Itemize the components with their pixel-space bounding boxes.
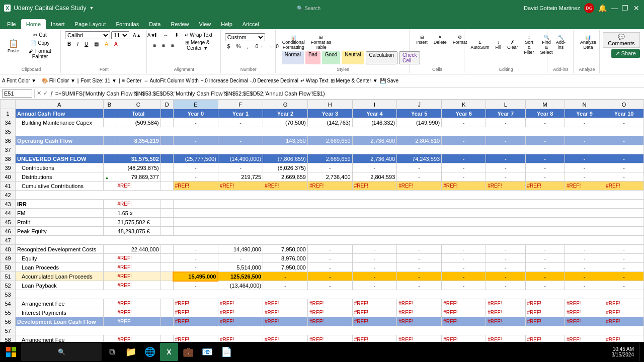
cell-l52[interactable]: - — [486, 281, 525, 290]
cell-g36[interactable]: 143,350 — [263, 136, 308, 145]
cell-k40[interactable]: - — [442, 172, 486, 182]
cell-d58[interactable] — [160, 335, 173, 342]
bell-icon[interactable]: 🔔 — [598, 4, 607, 12]
paste-button[interactable]: 📋 Paste — [5, 37, 22, 55]
merge-center-qab[interactable]: ⊞ Merge & Center ▼ — [331, 78, 378, 83]
cell-c44[interactable]: 1.65 x — [116, 209, 160, 218]
cell-m49[interactable]: - — [525, 254, 565, 263]
cell-g55[interactable]: #REF! — [263, 308, 308, 317]
cell-a34[interactable]: Building Maintenance Capex — [16, 118, 104, 127]
cell-n54[interactable]: #REF! — [565, 299, 604, 308]
cell-j49[interactable]: - — [397, 254, 442, 263]
cell-o56[interactable]: #REF! — [604, 317, 644, 326]
cell-h49[interactable]: - — [307, 254, 352, 263]
cell-k58[interactable]: #REF! — [442, 335, 486, 342]
font-color-qab[interactable]: A Font Color ▼ — [2, 78, 36, 83]
cell-n41[interactable]: #REF! — [565, 182, 604, 191]
cell-j52[interactable]: - — [397, 281, 442, 290]
cell-e39[interactable]: - — [173, 163, 218, 172]
cell-m55[interactable]: #REF! — [525, 308, 565, 317]
start-button[interactable] — [2, 343, 20, 361]
col-header-i[interactable]: I — [352, 100, 397, 109]
cell-m41[interactable]: #REF! — [525, 182, 565, 191]
cell-j55[interactable]: #REF! — [397, 308, 442, 317]
cell-d55[interactable] — [160, 308, 173, 317]
cell-k54[interactable]: #REF! — [442, 299, 486, 308]
bold-button[interactable]: B — [65, 40, 73, 48]
cell-k55[interactable]: #REF! — [442, 308, 486, 317]
cell-l40[interactable]: - — [486, 172, 525, 182]
cell-o36[interactable]: - — [604, 136, 644, 145]
cell-a52[interactable]: Loan Payback — [16, 281, 104, 290]
cell-g54[interactable]: #REF! — [263, 299, 308, 308]
cell-b58[interactable] — [103, 335, 116, 342]
cell-l54[interactable]: #REF! — [486, 299, 525, 308]
cell-m34[interactable]: - — [525, 118, 565, 127]
cell-f1[interactable]: Year 1 — [218, 109, 263, 118]
cell-n34[interactable]: - — [565, 118, 604, 127]
insert-function-icon[interactable]: ƒ — [50, 90, 53, 97]
increase-decimal-button[interactable]: .0→ — [252, 43, 266, 50]
cell-d39[interactable] — [160, 163, 173, 172]
cell-g1[interactable]: Year 2 — [263, 109, 308, 118]
font-size-select[interactable]: 11 — [111, 31, 129, 39]
cell-h52[interactable]: - — [307, 281, 352, 290]
bad-style[interactable]: Bad — [305, 51, 320, 64]
col-header-l[interactable]: L — [486, 100, 525, 109]
col-header-m[interactable]: M — [525, 100, 565, 109]
cell-g40[interactable]: 2,669,659 — [263, 172, 308, 182]
copy-button[interactable]: 📄 Copy — [23, 39, 57, 47]
cell-a44[interactable]: EM — [16, 209, 104, 218]
cell-m51[interactable]: - — [525, 272, 565, 281]
number-format-select[interactable]: Custom — [225, 33, 265, 41]
col-header-b[interactable]: B — [103, 100, 116, 109]
cell-a55[interactable]: Interest Payments — [16, 308, 104, 317]
cell-g41[interactable]: #REF! — [263, 182, 308, 191]
cell-h56[interactable]: #REF! — [307, 317, 352, 326]
tab-home[interactable]: Home — [21, 19, 46, 29]
cell-d49[interactable] — [160, 254, 173, 263]
cell-f34[interactable]: - — [218, 118, 263, 127]
cell-a45[interactable]: Profit — [16, 218, 104, 227]
task-view-button[interactable]: ⧉ — [103, 343, 121, 361]
cell-o50[interactable]: - — [604, 263, 644, 272]
cell-n58[interactable]: #REF! — [565, 335, 604, 342]
cell-k41[interactable]: #REF! — [442, 182, 486, 191]
cell-d44[interactable] — [160, 209, 173, 218]
cell-l38[interactable]: - — [486, 154, 525, 163]
cell-n55[interactable]: #REF! — [565, 308, 604, 317]
cell-j34[interactable]: (149,990) — [397, 118, 442, 127]
cell-b50[interactable] — [103, 263, 116, 272]
cell-i55[interactable]: #REF! — [352, 308, 397, 317]
cell-c34[interactable]: (509,584) — [116, 118, 160, 127]
cell-l49[interactable]: - — [486, 254, 525, 263]
cell-k38[interactable]: - — [442, 154, 486, 163]
cell-g39[interactable]: (8,026,375) — [263, 163, 308, 172]
cell-d48[interactable] — [160, 245, 173, 254]
insert-cells-button[interactable]: ⊞Insert — [414, 33, 430, 46]
cell-f50[interactable]: 5,514,000 — [218, 263, 263, 272]
fill-color-button[interactable]: A — [102, 40, 111, 48]
cell-g56[interactable]: #REF! — [263, 317, 308, 326]
cell-e38[interactable]: (25,777,500) — [173, 154, 218, 163]
cell-i36[interactable]: 2,736,400 — [352, 136, 397, 145]
cell-f36[interactable]: - — [218, 136, 263, 145]
cell-b54[interactable] — [103, 299, 116, 308]
cell-m1[interactable]: Year 8 — [525, 109, 565, 118]
cell-c40[interactable]: 79,869,377 — [116, 172, 160, 182]
font-color-button[interactable]: A — [112, 40, 120, 48]
cell-a46[interactable]: Peak Equity — [16, 227, 104, 236]
excel-taskbar-icon[interactable]: X — [160, 343, 178, 361]
cell-o58[interactable]: #REF! — [604, 335, 644, 342]
merge-center-button[interactable]: ⊞ Merge & Center ▼ — [178, 39, 217, 52]
cell-k56[interactable]: #REF! — [442, 317, 486, 326]
cell-d50[interactable] — [160, 263, 173, 272]
sort-filter-button[interactable]: ↕Sort &Filter — [522, 33, 537, 56]
cell-j56[interactable]: #REF! — [397, 317, 442, 326]
calculation-style[interactable]: Calculation — [366, 51, 397, 64]
cell-j54[interactable]: #REF! — [397, 299, 442, 308]
cell-k51[interactable]: - — [442, 272, 486, 281]
align-center-button[interactable]: ≡ — [159, 42, 168, 49]
align-bottom-button[interactable]: ⬇ — [172, 31, 181, 39]
cell-k48[interactable]: - — [442, 245, 486, 254]
